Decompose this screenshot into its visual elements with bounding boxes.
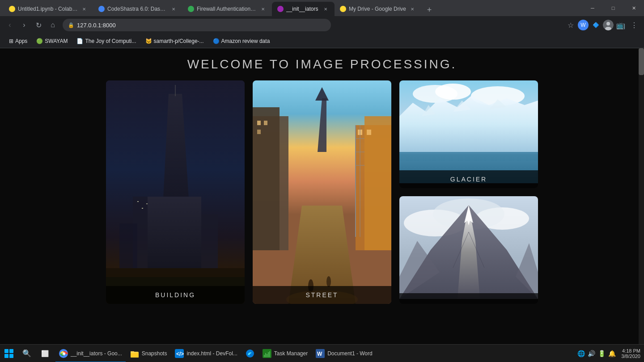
- taskbar: 🔍 ⬜ __init__iators - Goo... Snapshots </…: [0, 344, 644, 362]
- tab-1-close[interactable]: ✕: [80, 5, 88, 13]
- image-card-street[interactable]: STREET: [253, 80, 391, 304]
- svg-rect-9: [137, 201, 139, 202]
- battery-icon[interactable]: 🔋: [598, 350, 606, 357]
- apps-label: Apps: [15, 38, 27, 44]
- start-button[interactable]: [0, 345, 18, 362]
- svg-rect-20: [264, 121, 267, 125]
- svg-rect-7: [193, 215, 218, 268]
- chrome-icon: [59, 349, 68, 358]
- taskbar-search-button[interactable]: 🔍: [18, 345, 36, 362]
- apps-icon: ⊞: [9, 38, 13, 44]
- swayam-label: SWAYAM: [45, 38, 68, 44]
- bookmark-joy[interactable]: 📄 The Joy of Computi...: [73, 36, 140, 46]
- svg-rect-10: [142, 208, 143, 209]
- svg-rect-16: [253, 107, 280, 250]
- taskbar-item-edge[interactable]: [242, 345, 258, 362]
- account-icon[interactable]: [603, 20, 614, 30]
- home-button[interactable]: ⌂: [47, 19, 59, 31]
- svg-rect-68: [268, 352, 269, 357]
- scrollbar-track[interactable]: [639, 48, 644, 344]
- tab-5-title: My Drive - Google Drive: [349, 6, 406, 12]
- minimize-button[interactable]: ─: [582, 0, 603, 16]
- taskbar-clock[interactable]: 4:18 PM 3/8/2020: [621, 348, 640, 359]
- svg-rect-66: [265, 353, 266, 357]
- image-grid: BUILDING: [106, 80, 538, 313]
- network-icon[interactable]: 🌐: [577, 350, 585, 357]
- bookmark-amazon[interactable]: 🔵 Amazon review data: [209, 36, 274, 46]
- svg-rect-67: [267, 354, 267, 357]
- scrollbar-thumb[interactable]: [639, 48, 644, 75]
- notification-icon[interactable]: 🔔: [608, 350, 616, 357]
- tab-1-favicon: [9, 6, 15, 12]
- page-title: WELCOME TO IMAGE PROCESSING.: [187, 57, 457, 72]
- tab-4-close[interactable]: ✕: [322, 5, 329, 13]
- tab-2-close[interactable]: ✕: [170, 5, 177, 13]
- profile-button[interactable]: W: [578, 20, 589, 30]
- tab-3-favicon: [188, 6, 194, 12]
- tab-4-title: __init__iators: [286, 6, 319, 12]
- building-label: BUILDING: [106, 286, 245, 304]
- image-card-mountain[interactable]: [399, 196, 538, 304]
- window-controls: ─ □ ✕: [582, 0, 644, 16]
- more-options-button[interactable]: ⋮: [628, 19, 640, 31]
- taskbar-item-chrome[interactable]: __init__iators - Goo...: [55, 345, 126, 362]
- svg-rect-23: [367, 130, 371, 135]
- reload-button[interactable]: ↻: [32, 19, 45, 31]
- navigation-bar: ‹ › ↻ ⌂ 🔒 127.0.0.1:8000 ☆ W 🔷 📺 ⋮: [0, 16, 644, 34]
- taskbar-items: __init__iators - Goo... Snapshots </> in…: [54, 345, 378, 362]
- svg-text:</>: </>: [176, 351, 184, 357]
- image-card-building[interactable]: BUILDING: [106, 80, 245, 304]
- close-button[interactable]: ✕: [623, 0, 644, 16]
- security-icon: 🔒: [68, 22, 74, 28]
- image-card-glacier[interactable]: GLACIER: [399, 80, 538, 188]
- swayam-favicon: 🟢: [36, 38, 43, 44]
- system-tray: 🌐 🔊 🔋 🔔 4:18 PM 3/8/2020: [574, 348, 644, 359]
- svg-rect-59: [131, 353, 139, 358]
- chrome-label: __init__iators - Goo...: [71, 350, 122, 357]
- taskbar-item-vscode[interactable]: </> index.html - DevFol...: [171, 345, 241, 362]
- tab-3-title: Firewall Authentication Keepaliv...: [197, 6, 257, 12]
- back-button[interactable]: ‹: [4, 19, 16, 31]
- volume-icon[interactable]: 🔊: [588, 350, 595, 357]
- bookmark-swayam[interactable]: 🟢 SWAYAM: [33, 36, 71, 46]
- tab-5-close[interactable]: ✕: [409, 5, 416, 13]
- tab-4-favicon: [277, 6, 284, 12]
- taskmanager-icon: [263, 349, 271, 358]
- taskbar-item-explorer[interactable]: Snapshots: [127, 345, 171, 362]
- bookmark-apps[interactable]: ⊞ Apps: [5, 36, 31, 46]
- tab-3-close[interactable]: ✕: [259, 5, 267, 13]
- svg-point-28: [326, 276, 331, 287]
- tab-4[interactable]: __init__iators ✕: [272, 2, 335, 16]
- svg-rect-60: [131, 351, 134, 353]
- svg-point-37: [435, 84, 471, 100]
- svg-text:W: W: [317, 351, 322, 357]
- cast-button[interactable]: 📺: [614, 19, 627, 31]
- svg-rect-19: [257, 121, 261, 125]
- tab-5[interactable]: My Drive - Google Drive ✕: [335, 2, 421, 16]
- bookmark-star-button[interactable]: ☆: [564, 19, 577, 31]
- tab-2-favicon: [98, 6, 105, 12]
- main-content: WELCOME TO IMAGE PROCESSING.: [0, 48, 644, 344]
- amazon-favicon: 🔵: [213, 38, 220, 44]
- svg-marker-44: [399, 154, 538, 161]
- forward-button[interactable]: ›: [18, 19, 30, 31]
- bookmark-github[interactable]: 🐱 samarth-p/College-...: [142, 36, 208, 46]
- maximize-button[interactable]: □: [603, 0, 623, 16]
- task-view-button[interactable]: ⬜: [36, 345, 54, 362]
- extensions-button[interactable]: 🔷: [589, 19, 602, 31]
- tab-1[interactable]: Untitled1.ipynb - Colaboratory ✕: [4, 2, 93, 16]
- svg-rect-18: [364, 116, 391, 250]
- taskbar-item-taskmanager[interactable]: Task Manager: [259, 345, 311, 362]
- taskbar-item-word[interactable]: W Document1 - Word: [312, 345, 376, 362]
- tab-2[interactable]: CodeShastra 6.0: Dashboard | De... ✕: [93, 2, 182, 16]
- github-favicon: 🐱: [145, 38, 152, 44]
- amazon-label: Amazon review data: [221, 38, 270, 44]
- clock-date: 3/8/2020: [621, 354, 640, 359]
- tab-3[interactable]: Firewall Authentication Keepaliv... ✕: [182, 2, 272, 16]
- svg-rect-21: [257, 130, 261, 134]
- new-tab-button[interactable]: +: [423, 4, 436, 16]
- github-label: samarth-p/College-...: [154, 38, 204, 44]
- address-bar[interactable]: 🔒 127.0.0.1:8000: [63, 19, 331, 31]
- svg-rect-65: [264, 355, 265, 357]
- svg-rect-11: [146, 203, 148, 204]
